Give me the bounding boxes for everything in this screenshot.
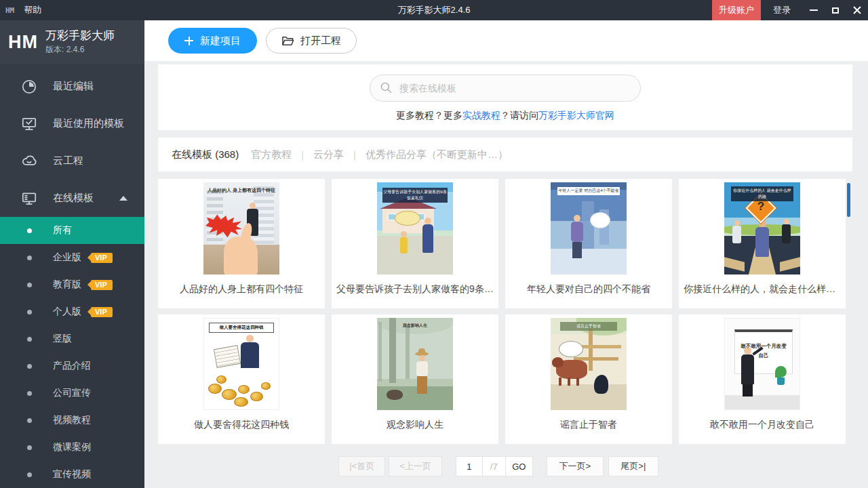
person-figure [425,218,431,224]
go-button[interactable]: GO [506,456,533,476]
thumb-title: 人品好的人 身上都有这四个特征 [208,187,275,193]
template-card-4[interactable]: ? 你接近什么样的人 就会走什么样的路 你接近什么样的人，就会走什么样的路 [679,179,846,308]
search-input[interactable] [399,83,631,94]
coin-shape [250,392,263,401]
template-caption: 做人要舍得花这四种钱 [194,419,289,431]
sidebar-item-recent-edits[interactable]: 最近编辑 [0,68,144,105]
maximize-icon [832,7,839,14]
subnav-item-education[interactable]: 教育版 VIP [0,271,144,298]
road-shape [724,257,745,271]
subnav-item-company-promo[interactable]: 公司宣传 [0,380,144,407]
tutorial-tip: 更多教程？更多实战教程？请访问万彩手影大师官网 [158,110,852,122]
subnav-label: 企业版 [53,251,81,264]
subnav-label: 微课案例 [53,441,91,453]
category-tab-bar: 在线模板 (368) 官方教程 | 云分享 | 优秀作品分享（不断更新中…） [158,138,852,171]
app-version: 版本: 2.4.6 [45,44,115,56]
template-card-7[interactable]: 谣言止于智者 谣言止于智者 [505,314,672,444]
monitor-check-icon [20,115,38,133]
login-button[interactable]: 登录 [773,4,791,16]
sidebar-item-cloud-projects[interactable]: 云工程 [0,142,144,180]
thumb-title: 父母要告诉孩子去别人家做客的9条饭桌礼仪 [382,188,448,203]
subnav-item-enterprise[interactable]: 企业版 VIP [0,244,144,271]
tab-official-tutorials[interactable]: 官方教程 [251,148,292,161]
template-caption: 人品好的人身上都有四个特征 [180,283,303,296]
last-page-button[interactable]: 尾页>| [608,456,658,476]
official-site-link[interactable]: 万彩手影大师官网 [538,110,614,121]
person-figure [732,226,741,243]
template-card-5[interactable]: 做人要舍得花这四种钱 做人要舍得花这四种钱 [158,314,325,444]
person-figure [574,215,580,222]
open-project-button[interactable]: 打开工程 [266,28,357,54]
search-box[interactable] [370,75,641,102]
coin-shape [234,397,248,407]
sidebar-item-label: 最近编辑 [53,80,94,93]
new-project-button[interactable]: 新建项目 [168,28,257,54]
template-card-6[interactable]: 观念影响人生 观念影响人生 [332,314,498,444]
subnav-item-video-tutorial[interactable]: 视频教程 [0,407,144,434]
clock-icon [20,78,38,96]
person-figure [782,224,791,243]
subnav-label: 个人版 [53,306,81,318]
tutorial-link[interactable]: 实战教程 [462,110,500,121]
vip-badge: VIP [91,280,113,290]
bullet-icon [27,364,32,369]
template-thumbnail: 父母要告诉孩子去别人家做客的9条饭桌礼仪 [377,182,453,274]
sidebar-logo-block: HM 万彩手影大师 版本: 2.4.6 [0,20,144,64]
sidebar-item-online-templates[interactable]: 在线模板 [0,180,144,217]
coin-shape [222,389,237,400]
template-card-1[interactable]: 人品好的人 身上都有这四个特征 人品好的人身上都有四个特征 [158,179,325,308]
subnav-label: 教育版 [53,279,81,291]
sidebar-item-label: 最近使用的模板 [53,117,124,130]
tab-featured-works[interactable]: 优秀作品分享（不断更新中…） [366,148,508,161]
subnav-item-promo-video[interactable]: 宣传视频 [0,461,144,488]
template-thumbnail: 谣言止于智者 [551,318,627,410]
template-card-3[interactable]: 年轻人一定要 对自己这4个不能省 年轻人要对自己的四个不能省 [505,179,672,308]
stump-shape [387,390,403,400]
folder-icon [281,35,294,47]
upgrade-account-button[interactable]: 升级账户 [712,0,761,20]
coin-shape [261,382,271,390]
hand-shape [224,237,258,274]
newspaper-shape [214,345,241,368]
template-card-2[interactable]: 父母要告诉孩子去别人家做客的9条饭桌礼仪 父母要告诉孩子去别人家做客的9条… [332,179,498,308]
tab-online-templates[interactable]: 在线模板 (368) [172,148,239,161]
person-figure [400,237,408,253]
subnav-item-personal[interactable]: 个人版 VIP [0,298,144,325]
subnav-item-micro-lesson[interactable]: 微课案例 [0,434,144,461]
tab-separator: | [353,149,356,161]
subnav-label: 视频教程 [53,414,91,426]
person-figure [416,361,428,376]
vip-badge: VIP [91,307,113,317]
building-shape [207,190,223,243]
tip-text: ？请访问 [500,110,538,121]
subnav-item-vertical[interactable]: 竖版 [0,325,144,352]
first-page-button[interactable]: |<首页 [338,456,385,476]
template-thumbnail: 人品好的人 身上都有这四个特征 [203,182,279,274]
minimize-button[interactable] [803,0,825,20]
close-button[interactable] [846,0,868,20]
tab-cloud-share[interactable]: 云分享 [313,148,344,161]
subnav-item-all[interactable]: 所有 [0,217,144,244]
menu-help[interactable]: 帮助 [24,4,41,16]
next-page-button[interactable]: 下一页> [547,456,604,476]
maximize-button[interactable] [825,0,846,20]
prev-page-button[interactable]: <上一页 [389,456,442,476]
sidebar-subnav: 所有 企业版 VIP 教育版 VIP 个人版 VIP 竖版 产品介绍 公司宣传 [0,217,144,488]
template-thumbnail: 观念影响人生 [377,318,453,410]
person-figure [734,220,740,226]
bullet-icon [27,445,32,450]
close-icon [852,5,862,15]
speech-bubble [590,212,610,228]
sidebar: HM 万彩手影大师 版本: 2.4.6 最近编辑 最近使用的模板 云工程 [0,20,144,488]
thumb-title: 你接近什么样的人 就会走什么样的路 [731,186,793,201]
template-caption: 观念影响人生 [387,419,443,431]
page-number-input[interactable] [456,456,483,476]
sidebar-item-recent-templates[interactable]: 最近使用的模板 [0,105,144,142]
template-card-8[interactable]: 敢不敢用一个月改变自己 敢不敢用一个月改变自己 [679,314,846,444]
subnav-label: 所有 [53,224,72,237]
person-figure [755,227,769,257]
vip-badge: VIP [91,253,113,263]
subnav-item-product-intro[interactable]: 产品介绍 [0,352,144,380]
collapse-arrow-icon[interactable] [119,196,127,201]
vertical-scrollbar-thumb[interactable] [847,183,850,217]
